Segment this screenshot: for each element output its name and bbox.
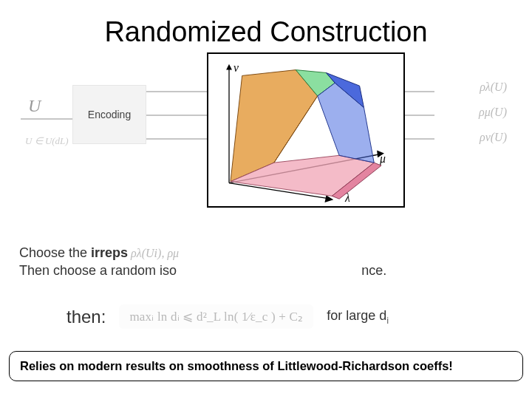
svg-marker-11 [318, 83, 375, 163]
then-row: then: maxᵢ ln dᵢ ⩽ d²_L ln( 1⁄ε_c ) + C₂… [66, 304, 517, 329]
footer-note: Relies on modern results on smoothness o… [9, 351, 523, 381]
then-right-sub: i [386, 314, 389, 325]
then-inequality: maxᵢ ln dᵢ ⩽ d²_L ln( 1⁄ε_c ) + C₂ [119, 304, 313, 329]
body-text: Choose the irreps ρλ(Ui), ρμ Then choose… [19, 244, 513, 280]
body-line1-a: Choose the [19, 245, 91, 260]
then-right-a: for large d [327, 308, 386, 323]
body-line2-b: nce. [361, 263, 386, 278]
output-rho-lambda: ρλ(U) [480, 81, 507, 94]
body-line1-math: ρλ(Ui), ρμ [128, 247, 179, 259]
body-line2-a: Then choose a random iso [19, 263, 177, 278]
output-rho-mu: ρμ(U) [479, 106, 507, 119]
input-U-label: U [28, 96, 41, 116]
page-title: Randomized Construction [0, 0, 532, 55]
svg-marker-1 [226, 64, 232, 70]
wire-input [21, 118, 72, 120]
axis-mu-label: μ [379, 152, 386, 166]
then-label: then: [66, 307, 106, 327]
output-rho-nu: ρν(U) [480, 131, 507, 144]
encoding-diagram: U U ∈ U(dL) Encoding ρλ(U) ρμ(U) ρν(U) ν… [0, 55, 532, 211]
encoding-box: Encoding [72, 85, 146, 144]
then-right-text: for large di [327, 308, 389, 326]
axis-nu-label: ν [233, 61, 239, 74]
body-irreps-word: irreps [91, 245, 128, 260]
polytope-figure: ν μ λ [207, 52, 405, 208]
input-U-membership: U ∈ U(dL) [25, 135, 69, 147]
